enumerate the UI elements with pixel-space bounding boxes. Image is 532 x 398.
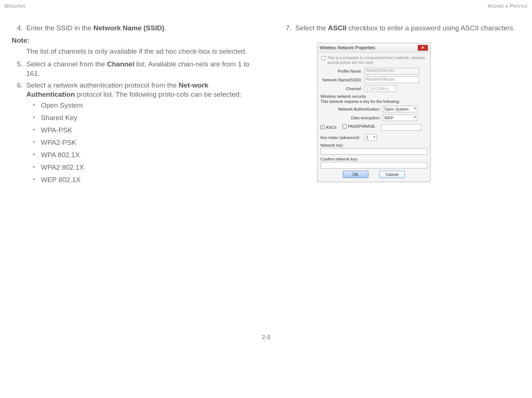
ascii-checkbox-wrap[interactable]: ASCII (321, 125, 337, 130)
list-item: WPA-PSK (33, 126, 252, 134)
close-icon[interactable]: ✕ (418, 45, 428, 51)
step-4-bold: Network Name (SSID) (93, 24, 164, 32)
step-4-post: . (164, 24, 166, 32)
page-number: 2-9 (4, 334, 528, 345)
page-header: Windows Adding a Profile (4, 3, 528, 9)
confirm-key-label: Confirm network key: (321, 157, 427, 161)
wireless-properties-dialog: Wireless Network Properties: ✕ This is a… (317, 43, 430, 182)
encryption-label: Data encryption: (321, 116, 383, 120)
step-6: 6. Select a network authentication proto… (12, 81, 252, 99)
step-6-number: 6. (12, 81, 26, 99)
step-4: 4. Enter the SSID in the Network Name (S… (12, 23, 252, 33)
ssid-label: Network Name(SSID): (321, 78, 364, 82)
adhoc-text: This is a computer-to-computer(ad hoc) n… (328, 55, 427, 65)
network-key-input[interactable] (321, 148, 427, 155)
list-item: WPA2-PSK (33, 139, 252, 147)
passphrase-checkbox[interactable] (342, 124, 347, 128)
step-6-pre: Select a network authentication protocol… (26, 81, 179, 89)
list-item: Shared Key (33, 114, 252, 122)
step-5: 5. Select a channel from the Channel lis… (12, 59, 252, 78)
list-item: WEP 802.1X (33, 176, 252, 184)
auth-select[interactable]: Open System (383, 106, 417, 112)
keyindex-select[interactable]: 1 (364, 134, 377, 141)
right-column: 7. Select the ASCII checkbox to enter a … (281, 23, 521, 188)
note-label: Note: (12, 36, 252, 45)
step-7: 7. Select the ASCII checkbox to enter a … (281, 23, 521, 33)
step-7-number: 7. (281, 23, 295, 33)
step-7-bold: ASCII (328, 24, 347, 32)
protocol-list: Open System Shared Key WPA-PSK WPA2-PSK … (33, 101, 252, 184)
list-item: WPA 802.1X (33, 151, 252, 159)
list-item: WPA2 802.1X (33, 163, 252, 171)
step-5-pre: Select a channel from the (26, 60, 107, 68)
channel-select[interactable]: 1 (2412MHz) (364, 85, 397, 92)
passphrase-checkbox-wrap[interactable]: PASSPHRASE (342, 124, 375, 128)
step-6-post: protocol list. The following proto-cols … (75, 90, 241, 98)
adhoc-row: This is a computer-to-computer(ad hoc) n… (321, 55, 427, 65)
security-section-label: Wireless network security (321, 94, 427, 98)
ascii-checkbox-label: ASCII (326, 125, 337, 130)
passphrase-input[interactable] (381, 124, 421, 131)
dialog-titlebar: Wireless Network Properties: ✕ (318, 43, 430, 53)
security-sub-label: This network requires a key for the foll… (321, 99, 427, 104)
ssid-input[interactable]: RouterforTecom (364, 77, 419, 83)
header-left: Windows (4, 3, 26, 9)
network-key-label: Network key: (321, 143, 427, 147)
channel-label: Channel: (321, 86, 364, 91)
profile-name-input[interactable]: RouterforTecom (364, 68, 419, 74)
auth-label: Network Authentication: (321, 107, 383, 111)
left-column: 4. Enter the SSID in the Network Name (S… (12, 23, 252, 188)
step-7-post: checkbox to enter a password using ASCII… (347, 24, 515, 32)
note-body: The list of channels is only available i… (26, 47, 252, 56)
dialog-title-text: Wireless Network Properties: (320, 45, 376, 50)
list-item: Open System (33, 101, 252, 109)
step-7-pre: Select the (295, 24, 328, 32)
profile-name-label: Profile Name: (321, 69, 364, 73)
step-5-number: 5. (12, 59, 26, 78)
step-4-number: 4. (12, 23, 26, 33)
keyindex-label: Key index (advanced): (321, 135, 364, 140)
confirm-key-input[interactable] (321, 162, 427, 169)
encryption-select[interactable]: WEP (383, 115, 417, 121)
step-4-pre: Enter the SSID in the (26, 24, 93, 32)
ok-button[interactable]: OK (343, 171, 368, 178)
cancel-button[interactable]: Cancel (379, 171, 405, 178)
step-5-bold: Channel (107, 60, 134, 68)
passphrase-checkbox-label: PASSPHRASE (348, 124, 375, 128)
adhoc-checkbox[interactable] (321, 56, 325, 60)
ascii-checkbox[interactable] (321, 125, 325, 129)
header-right: Adding a Profile (488, 3, 528, 9)
